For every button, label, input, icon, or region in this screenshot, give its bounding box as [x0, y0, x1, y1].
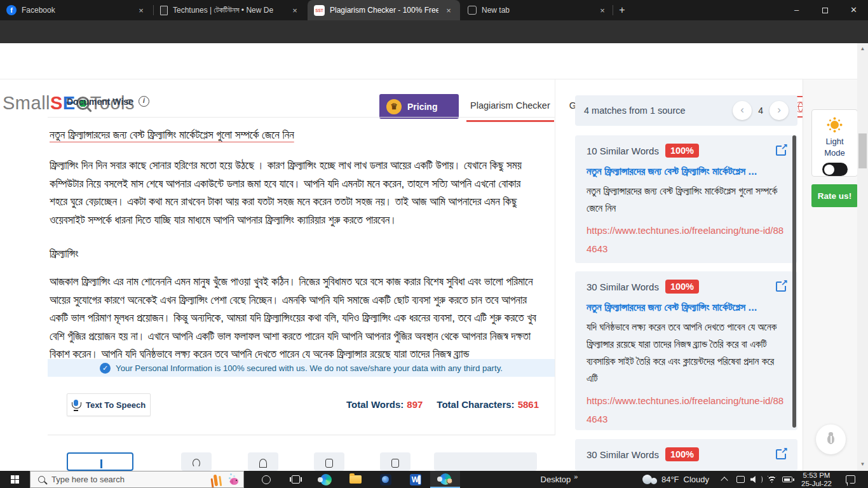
cortana-button[interactable]	[251, 471, 281, 488]
profile-mini-avatar	[447, 478, 452, 484]
match-percent-badge: 100%	[665, 144, 699, 158]
edge-active-window-button[interactable]	[430, 471, 460, 488]
light-mode-toggle[interactable]	[822, 163, 848, 176]
browser-toolbar: ← ↻ https://smallseotools.com/plagiarism…	[0, 20, 868, 43]
tab-techtunes[interactable]: Techtunes | টেকটিউনস • New De ×	[154, 0, 306, 20]
match-source-url[interactable]: https://www.techtunes.io/freelancing/tun…	[587, 391, 786, 428]
temperature: 84°F	[661, 475, 679, 484]
save-button[interactable]	[380, 452, 410, 471]
taskbar-clock[interactable]: 5:53 PM 25-Jul-22	[796, 471, 837, 488]
tray-battery-button[interactable]	[779, 471, 796, 488]
nav-plagiarism-checker[interactable]: Plagiarism Checker	[470, 100, 550, 111]
word-button[interactable]: W	[400, 471, 430, 488]
recheck-button[interactable]	[181, 452, 212, 471]
new-tab-button[interactable]: +	[615, 4, 629, 17]
text-to-speech-button[interactable]: Text To Speech	[67, 393, 151, 416]
report-bug-button[interactable]	[816, 424, 846, 454]
match-snippet: নতুন ফ্রিল্যান্সারদের জন্য বেস্ট ফ্রিল্য…	[587, 182, 786, 217]
external-link-icon[interactable]	[776, 449, 786, 459]
secondary-action-button[interactable]	[434, 452, 537, 471]
download-report-button[interactable]	[67, 452, 133, 471]
document-wise-tab[interactable]: Document Wise i	[67, 96, 149, 107]
tab-close-icon[interactable]: ×	[444, 6, 454, 15]
tray-network-button[interactable]	[764, 471, 779, 488]
document-subheading[interactable]: ফ্রিল্যান্সিং	[50, 245, 304, 264]
tab-title: Plagiarism Checker - 100% Free (	[330, 6, 438, 15]
clipboard-icon	[325, 459, 333, 468]
tab-new-tab[interactable]: New tab ×	[461, 0, 614, 20]
action-center-button[interactable]	[840, 471, 860, 488]
page-scrollbar[interactable]: ▲ ▼	[857, 43, 868, 471]
tab-title: Techtunes | টেকটিউনস • New De	[173, 6, 285, 15]
match-card-3-partial: 30 Similar Words 100%	[575, 439, 797, 471]
browser-tab-bar: f Facebook × Techtunes | টেকটিউনস • New …	[0, 0, 868, 20]
file-explorer-button[interactable]	[341, 471, 370, 488]
edge-taskbar-button[interactable]	[311, 471, 341, 488]
tab-plagiarism-checker[interactable]: SST Plagiarism Checker - 100% Free ( ×	[308, 0, 460, 20]
similar-words-count: 30 Similar Words	[587, 281, 659, 292]
microphone-icon	[72, 400, 80, 410]
start-button[interactable]	[0, 471, 30, 488]
external-link-icon[interactable]	[776, 146, 786, 156]
privacy-notice-text: Your Personal Information is 100% secure…	[116, 363, 503, 373]
match-source-url[interactable]: https://www.techtunes.io/freelancing/tun…	[587, 221, 786, 258]
taskbar-search-box[interactable]: Type here to search	[30, 471, 244, 488]
task-view-icon	[292, 475, 300, 484]
total-words-value: 897	[407, 399, 423, 410]
page-scrollbar-thumb[interactable]	[858, 133, 867, 168]
tray-expand-button[interactable]	[717, 471, 732, 488]
bug-icon	[827, 435, 834, 444]
clock-date: 25-Jul-22	[801, 480, 832, 488]
edge-icon	[320, 474, 332, 485]
next-match-button[interactable]: ›	[770, 101, 789, 120]
match-title-link[interactable]: নতুন ফ্রিল্যান্সারদের জন্য বেস্ট ফ্রিল্য…	[587, 163, 786, 179]
user-action-button[interactable]	[248, 452, 278, 471]
minimize-button[interactable]: –	[782, 0, 811, 20]
windows-logo-icon	[11, 475, 20, 484]
desktop-label: Desktop	[541, 475, 571, 484]
matches-scrollbar-thumb[interactable]	[792, 135, 796, 428]
wifi-icon	[768, 476, 776, 483]
close-window-button[interactable]: ✕	[839, 0, 868, 20]
total-characters-label: Total Characters:	[437, 399, 514, 410]
match-title-link[interactable]: নতুন ফ্রিল্যান্সারদের জন্য বেস্ট ফ্রিল্য…	[587, 299, 786, 315]
device-icon	[736, 476, 745, 483]
scroll-up-arrow[interactable]: ▲	[857, 46, 868, 51]
speaker-icon	[750, 476, 759, 483]
tab-close-icon[interactable]: ×	[597, 6, 607, 15]
document-paragraph-1[interactable]: ফ্রিল্যান্সিং দিন দিন সবার কাছে সোনার হর…	[50, 157, 538, 243]
pricing-button[interactable]: ♛ Pricing	[379, 94, 459, 119]
desktop-expand-icon[interactable]: »	[574, 473, 578, 480]
tab-close-icon[interactable]: ×	[290, 6, 300, 15]
match-card-1: 10 Similar Words 100% নতুন ফ্রিল্যান্সার…	[575, 135, 797, 263]
desktop-toolbar[interactable]: Desktop »	[537, 471, 581, 488]
weather-widget[interactable]: 84°F Cloudy	[635, 471, 715, 488]
info-icon[interactable]: i	[139, 96, 149, 107]
footer-divider	[48, 435, 555, 435]
search-box-decoration	[205, 472, 242, 488]
document-stats: Total Words:897 Total Characters:5861	[286, 399, 539, 410]
external-link-icon[interactable]	[776, 281, 786, 292]
tab-facebook[interactable]: f Facebook ×	[0, 0, 153, 20]
task-view-button[interactable]	[281, 471, 311, 488]
clipboard-button[interactable]	[314, 452, 344, 471]
cortana-icon	[262, 475, 271, 484]
match-page-number: 4	[758, 105, 763, 116]
document-title-text[interactable]: নতুন ফ্রিল্যান্সারদের জন্য বেস্ট ফ্রিল্য…	[50, 126, 538, 145]
document-paragraph-2[interactable]: আজকাল ফ্রিল্যান্সিং এর নাম শোনেননি এমন ম…	[50, 273, 538, 359]
sound-wave-icon	[759, 476, 763, 483]
tab-close-icon[interactable]: ×	[136, 6, 146, 15]
search-placeholder: Type here to search	[51, 475, 125, 484]
tray-device-button[interactable]	[732, 471, 749, 488]
scroll-down-arrow[interactable]: ▼	[857, 461, 868, 467]
battery-icon	[782, 477, 792, 482]
tray-volume-button[interactable]	[749, 471, 764, 488]
header-divider	[0, 79, 868, 79]
matches-summary-bar: 4 matches from 1 source ‹ 4 ›	[575, 95, 797, 126]
restore-button[interactable]	[811, 0, 839, 20]
media-player-button[interactable]	[370, 471, 400, 488]
match-card-2: 30 Similar Words 100% নতুন ফ্রিল্যান্সার…	[575, 271, 797, 430]
match-snippet: যদি ঘনিষ্ঠভাবে লক্ষ্য করেন তবে আপনি দেখত…	[587, 318, 786, 387]
prev-match-button[interactable]: ‹	[733, 101, 752, 120]
rate-us-button[interactable]: Rate us!	[811, 184, 858, 207]
